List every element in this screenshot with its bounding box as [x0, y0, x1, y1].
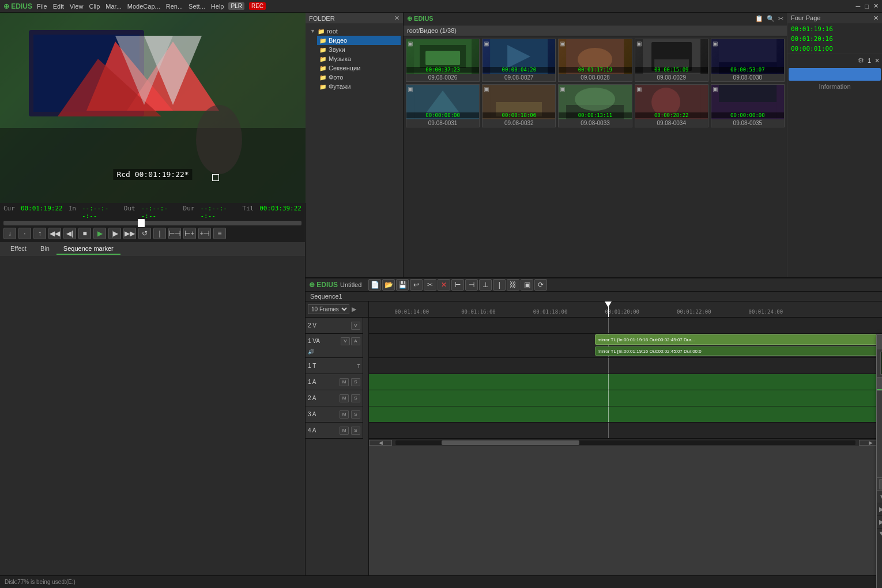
tl-group-btn[interactable]: ▣ — [521, 279, 533, 291]
tl-cut-btn[interactable]: ✂ — [424, 279, 436, 291]
h-scrollbar-thumb[interactable] — [442, 440, 579, 445]
tl-link-btn[interactable]: ⛓ — [507, 279, 519, 291]
bin-item-0031[interactable]: ▣ 00:00:00:00 09.08-0031 — [406, 84, 480, 127]
track-3a-btn2[interactable]: S — [351, 410, 360, 419]
tl-delete-btn[interactable]: ✕ — [438, 279, 450, 291]
bin-item-0034[interactable]: ▣ 00:00:28:22 09.08-0034 — [635, 84, 708, 127]
tl-insert-btn[interactable]: ⊥ — [479, 279, 492, 291]
stop-btn[interactable]: ■ — [78, 228, 91, 239]
tl-sync-btn[interactable]: ⟳ — [534, 279, 547, 291]
step-back-btn[interactable]: ◀| — [63, 228, 76, 239]
bin-item-0030[interactable]: ▣ 00:00:53:07 09.08-0030 — [711, 39, 785, 82]
tab-effect[interactable]: Effect — [3, 243, 33, 255]
menu-help[interactable]: Help — [211, 3, 224, 10]
fast-forward-btn[interactable]: ▶▶ — [123, 228, 136, 239]
angle-expand-btn[interactable]: ▶ — [877, 506, 882, 513]
track-3a-btn1[interactable]: M — [340, 410, 349, 419]
mark-out-btn[interactable]: ↑ — [33, 228, 46, 239]
folder-audio[interactable]: 📁 Звуки — [317, 45, 401, 54]
info-settings-icon[interactable]: ⚙ — [858, 56, 864, 65]
track-1a-btn2[interactable]: S — [351, 378, 360, 386]
menu-sett[interactable]: Sett... — [189, 3, 205, 10]
track-1a-btn1[interactable]: M — [340, 378, 349, 386]
timeline-h-scrollbar[interactable]: ◀ ▶ — [369, 439, 882, 446]
track-4a-btn1[interactable]: M — [340, 427, 349, 435]
in-out-btn[interactable]: ⊢⊣ — [168, 228, 181, 239]
bin-video-icon-0030: ▣ — [713, 40, 718, 47]
folder-sequences[interactable]: 📁 Секвенции — [317, 63, 401, 73]
menu-clip[interactable]: Clip — [89, 3, 100, 10]
bin-item-0033[interactable]: ▣ 00:00:13:11 09.08-0033 — [558, 84, 632, 127]
bin-item-0028[interactable]: ▣ 00:01:17:19 09.08-0028 — [558, 39, 632, 82]
kf-prev-key-btn[interactable]: ⊳ — [879, 479, 882, 489]
clip-1va-video[interactable]: mirror TL [In:00:01:19:16 Out:00:02:45:0… — [595, 334, 882, 345]
folder-photo[interactable]: 📁 Фото — [317, 73, 401, 82]
menu-edit[interactable]: Edit — [53, 3, 64, 10]
tl-undo-btn[interactable]: ↩ — [410, 279, 423, 291]
tl-new-btn[interactable]: 📄 — [368, 279, 381, 291]
menu-ren[interactable]: Ren... — [166, 3, 183, 10]
bin-toolbar-icon-3[interactable]: ✂ — [778, 15, 783, 22]
scrubber[interactable] — [3, 221, 301, 225]
menu-file[interactable]: File — [37, 3, 47, 10]
dialog-tab-parameter[interactable]: Parameter — [877, 378, 882, 390]
frames-selector[interactable]: 10 Frames — [308, 304, 349, 314]
tl-ripple-btn[interactable]: ⊢ — [451, 279, 464, 291]
bin-item-0027[interactable]: ▣ 00:00:04:20 09.08-0027 — [482, 39, 556, 82]
param-group-expand-icon[interactable]: ▼ — [879, 493, 882, 500]
info-close-btn[interactable]: ✕ — [873, 14, 879, 22]
bin-label-0034: 09.08-0034 — [635, 119, 708, 127]
split-btn[interactable]: | — [153, 228, 166, 239]
timeline-ruler[interactable]: 00:01:14:00 00:01:16:00 00:01:18:00 00:0… — [369, 301, 882, 318]
track-4a-btn2[interactable]: S — [351, 427, 360, 435]
mark-in-btn[interactable]: ↓ — [3, 228, 16, 239]
track-1va-aud-btn[interactable]: A — [351, 337, 360, 345]
info-close-small-btn[interactable]: ✕ — [875, 57, 880, 65]
tab-bin[interactable]: Bin — [33, 243, 56, 255]
radius-expand-btn[interactable]: ▶ — [877, 518, 882, 526]
folder-video[interactable]: 📁 Видео — [317, 36, 401, 45]
rewind-btn[interactable]: ◀◀ — [48, 228, 61, 239]
loop-btn[interactable]: ↺ — [138, 228, 151, 239]
scrubber-track[interactable] — [3, 221, 301, 225]
frames-arrow[interactable]: ▶ — [352, 306, 356, 313]
dur-label: Dur — [183, 205, 195, 220]
in-btn[interactable]: ⊢+ — [183, 228, 196, 239]
step-forward-btn[interactable]: |▶ — [108, 228, 121, 239]
track-1va-vis-btn[interactable]: V — [341, 337, 350, 345]
close-btn[interactable]: ✕ — [873, 2, 879, 10]
menu-modecap[interactable]: ModeCap... — [127, 3, 160, 10]
track-2a-btn1[interactable]: M — [340, 394, 349, 402]
clip-1va-audio[interactable]: mirror TL [In:00:01:19:16 Out:00:02:45:0… — [595, 346, 882, 356]
bin-toolbar-icon-2[interactable]: 🔍 — [767, 15, 775, 22]
scroll-left-btn[interactable]: ◀ — [369, 440, 392, 446]
track-2v-vis-btn[interactable]: V — [351, 322, 360, 330]
out-btn[interactable]: +⊣ — [198, 228, 211, 239]
maximize-btn[interactable]: □ — [865, 3, 869, 10]
track-1t-content — [369, 358, 882, 374]
menu-view[interactable]: View — [70, 3, 84, 10]
folder-close-btn[interactable]: ✕ — [394, 14, 399, 22]
minimize-btn[interactable]: ─ — [856, 3, 861, 10]
menu-mar[interactable]: Mar... — [105, 3, 122, 10]
h-scrollbar-track[interactable] — [395, 440, 855, 445]
tl-save-btn[interactable]: 💾 — [396, 279, 409, 291]
folder-footage[interactable]: 📁 Футажи — [317, 82, 401, 91]
tab-sequence-marker[interactable]: Sequence marker — [56, 243, 120, 255]
settings-btn[interactable]: ≡ — [213, 228, 226, 239]
folder-music[interactable]: 📁 Музыка — [317, 54, 401, 63]
tl-open-btn[interactable]: 📂 — [382, 279, 395, 291]
bin-item-0029[interactable]: ▣ 00:00:15:09 09.08-0029 — [635, 39, 708, 82]
scrubber-thumb[interactable] — [138, 219, 145, 227]
progress-expand-btn[interactable]: ▼ — [877, 530, 882, 537]
track-2a-btn2[interactable]: S — [351, 394, 360, 402]
prev-frame-btn[interactable]: · — [18, 228, 31, 239]
bin-item-0026[interactable]: ▣ 00:00:37:23 09.08-0026 — [406, 39, 480, 82]
folder-root[interactable]: ▼ 📁 root — [308, 27, 401, 36]
play-btn[interactable]: ▶ — [93, 228, 106, 239]
tl-overwrite-btn[interactable]: ⊣ — [465, 279, 478, 291]
bin-item-0032[interactable]: ▣ 00:00:18:06 09.08-0032 — [482, 84, 556, 127]
tl-snap-btn[interactable]: | — [493, 279, 506, 291]
bin-item-0035[interactable]: ▣ 00:00:00:00 09.08-0035 — [711, 84, 785, 127]
bin-toolbar-icon-1[interactable]: 📋 — [755, 15, 763, 22]
